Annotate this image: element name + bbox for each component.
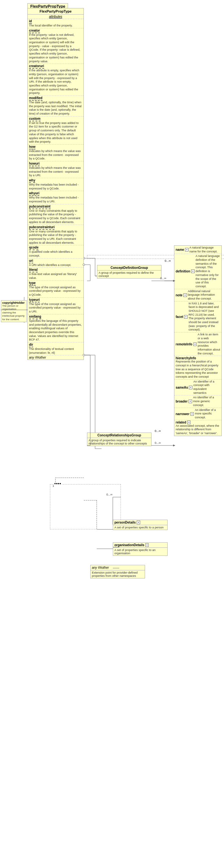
field-sameas: sameAs + An identifier of a concept with… xyxy=(174,380,221,396)
field-qcode: qcode A qualified code which identifies … xyxy=(28,245,83,258)
field-id-desc: The local identifier of the property. xyxy=(29,24,82,28)
concept-def-right-fields: name + A natural language name for the c… xyxy=(174,245,222,436)
field-how: how Indicates by which means the value w… xyxy=(28,145,83,161)
field-xmllang: xmllang Specifies the language of this p… xyxy=(28,314,83,342)
concept-relationships-title: ConceptRelationshipsGroup xyxy=(87,433,151,438)
field-typeuri-name: typeuri xyxy=(29,298,40,303)
field-broader-desc: An identifier of a more generic concept. xyxy=(193,396,220,407)
field-typeuri: typeuri The type of the concept assigned… xyxy=(28,298,83,314)
field-creatoruri-name: creatoruri xyxy=(29,64,44,69)
field-related: related + An associated concept, where t… xyxy=(174,420,221,436)
field-broader: broader + An identifier of a more generi… xyxy=(174,396,221,408)
field-facet-desc: In hXit 1.8 and later, facet is deprecat… xyxy=(189,302,220,332)
field-narrower-desc: An identifier of a more specific concept… xyxy=(195,408,220,420)
remoteinfo-expand-icon[interactable]: + xyxy=(193,342,197,346)
field-id-name: id xyxy=(29,19,32,24)
field-note: note + Additional natural language infor… xyxy=(174,289,221,302)
field-definition: definition + A natural language definiti… xyxy=(174,254,221,289)
concept-definition-group-desc: A group of properties required to define… xyxy=(97,271,161,278)
organisation-details-desc: A set of properties specific to an organ… xyxy=(113,548,167,556)
field-any-other: any ##other xyxy=(28,355,83,360)
field-dir: dir The directionality of textual conten… xyxy=(28,342,83,355)
field-modified-name: modified xyxy=(29,96,42,101)
field-narrower: narrower + An identifier of a more speci… xyxy=(174,408,221,420)
field-creatoruri: creatoruri If the attribute is empty, sp… xyxy=(28,64,83,96)
field-pubconstrainturi-desc: One or many constraints that apply to pu… xyxy=(29,230,82,245)
field-whyuri-name: whyuri xyxy=(29,191,39,196)
field-id: id The local identifier of the property. xyxy=(28,19,83,28)
field-pubconstraint-name: pubconstraint xyxy=(29,205,50,209)
field-how-desc: Indicates by which means the value was e… xyxy=(29,150,82,161)
field-modified-desc: The date (and, optionally, the time) whe… xyxy=(29,101,82,116)
concept-definition-group-box: ConceptDefinitionGroup A group of proper… xyxy=(97,265,161,279)
field-why-name: why xyxy=(29,179,35,183)
copyright-holder-name: copyrightHolder xyxy=(2,301,26,304)
name-expand-icon[interactable]: + xyxy=(185,248,189,251)
field-why: why Why the metadata has been included -… xyxy=(28,178,83,191)
main-box-title: FlexPartyPropType xyxy=(28,8,83,14)
field-definition-desc: A natural language definition of the sem… xyxy=(196,254,220,288)
person-details-expand-icon[interactable]: + xyxy=(137,521,140,524)
field-pubconstrainturi-name: pubconstrainturi xyxy=(29,225,54,230)
facet-expand-icon[interactable]: + xyxy=(184,315,188,319)
note-expand-icon[interactable]: + xyxy=(183,293,187,297)
field-name-text: name xyxy=(176,248,184,251)
organisation-details-name: organisationDetails xyxy=(114,543,144,547)
concept-definition-group-title: ConceptDefinitionGroup xyxy=(97,265,161,271)
field-creator: creator If the property: value is not de… xyxy=(28,28,83,64)
field-pubconstraint-desc: One or many constraints that apply to pu… xyxy=(29,209,82,224)
copyright-holder-desc: The person or organisation claiming the … xyxy=(2,304,26,321)
field-whyuri: whyuri Why the metadata has been include… xyxy=(28,191,83,204)
related-expand-icon[interactable]: + xyxy=(187,421,191,424)
field-type-desc: The type of the concept assigned as cont… xyxy=(29,286,82,297)
field-sameas-desc: An identifier of a concept with equivale… xyxy=(193,380,220,395)
svg-text:0...∞: 0...∞ xyxy=(155,441,161,444)
field-custom-desc: If set to true the property was added to… xyxy=(29,121,82,144)
any-other-bottom-name: any ##other xyxy=(90,565,145,570)
bottom-dashed-container: ●●●● xyxy=(50,484,121,529)
narrower-expand-icon[interactable]: + xyxy=(190,412,194,416)
field-broader-text: broader xyxy=(176,400,188,403)
field-hierarchyinfo-text: hierarchyInfo xyxy=(176,356,196,360)
field-any-other-name: any ##other xyxy=(29,356,82,359)
field-remoteinfo: remoteInfo + A link to an item or a web … xyxy=(174,333,221,356)
field-definition-text: definition xyxy=(176,270,190,273)
diagram-container: FlexPartyPropType FlexPartyPropType attr… xyxy=(0,0,224,868)
concept-rel-mult: 0...∞ xyxy=(155,429,161,433)
person-details-desc: A set of properties specific to a person xyxy=(113,525,167,530)
field-uri: uri A URI which identifies a concept. xyxy=(28,258,83,268)
field-typeuri-desc: The type of the concept assigned as cont… xyxy=(29,303,82,314)
org-details-expand-icon[interactable]: + xyxy=(145,543,149,547)
person-details-box: personDetails + A set of properties spec… xyxy=(113,520,167,530)
field-howuri-desc: Indicates by which means the value was e… xyxy=(29,166,82,178)
field-modified: modified The date (and, optionally, the … xyxy=(28,96,83,117)
field-howuri-name: howuri xyxy=(29,162,40,166)
sameas-expand-icon[interactable]: + xyxy=(189,386,192,389)
bottom-dashed-label: ●●●● xyxy=(53,482,62,485)
field-literal-name: literal xyxy=(29,268,38,273)
broader-expand-icon[interactable]: + xyxy=(189,400,192,403)
field-remoteinfo-desc: A link to an item or a web resource whic… xyxy=(197,333,220,355)
concept-def-mult: 0...∞ xyxy=(165,259,171,262)
field-related-desc: An associated concept, where the relatio… xyxy=(176,424,220,435)
field-remoteinfo-text: remoteInfo xyxy=(176,342,192,346)
person-details-name: personDetails xyxy=(114,521,136,524)
field-why-desc: Why the metadata has been included - exp… xyxy=(29,183,82,190)
field-creator-name: creator xyxy=(29,29,40,33)
attributes-section: attributes xyxy=(28,14,83,19)
field-type: type The type of the concept assigned as… xyxy=(28,281,83,298)
definition-expand-icon[interactable]: + xyxy=(191,270,195,273)
field-pubconstraint: pubconstraint One or many constraints th… xyxy=(28,204,83,225)
field-facet-text: facet xyxy=(176,315,183,319)
field-hierarchyinfo: hierarchyInfo Represents the position of… xyxy=(174,356,221,379)
field-sameas-text: sameAs xyxy=(176,386,188,389)
field-narrower-text: narrower xyxy=(176,412,189,416)
field-whyuri-desc: Why the metadata has been included - exp… xyxy=(29,196,82,204)
field-pubconstrainturi: pubconstrainturi One or many constraints… xyxy=(28,225,83,246)
field-dir-desc: The directionality of textual content (e… xyxy=(29,347,82,355)
field-creator-desc: If the property: value is not defined, s… xyxy=(29,33,82,64)
field-howuri: howuri Indicates by which means the valu… xyxy=(28,161,83,178)
svg-marker-45 xyxy=(173,444,175,446)
field-custom-name: custom xyxy=(29,117,41,121)
field-literal-desc: A free-text value assigned as 'literary'… xyxy=(29,273,82,280)
